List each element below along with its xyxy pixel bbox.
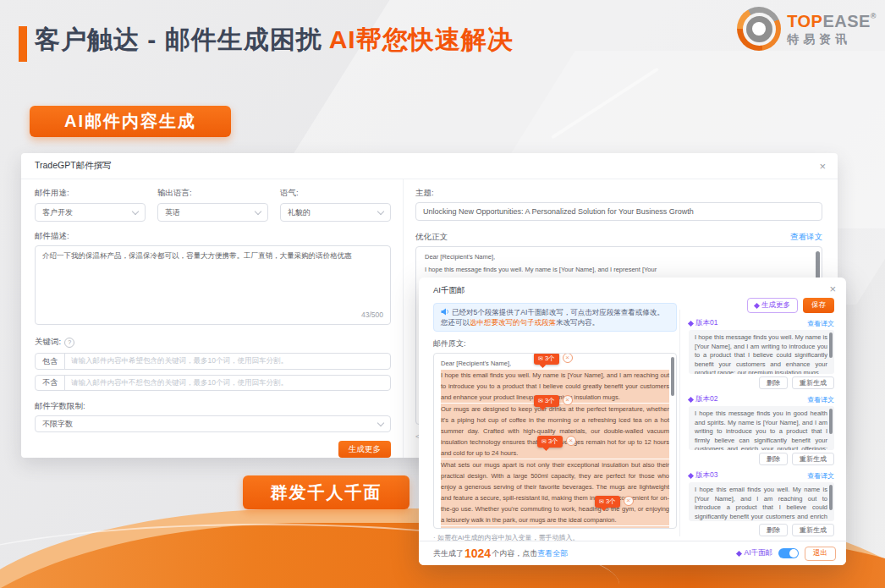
view-all-link[interactable]: 查看全部 bbox=[537, 548, 568, 559]
description-label: 邮件描述: bbox=[35, 231, 391, 242]
close-icon[interactable]: × bbox=[829, 283, 836, 294]
version-text-box: I hope this message finds you in good he… bbox=[689, 406, 834, 450]
rewrite-count-badge[interactable]: ✉3个 bbox=[534, 353, 559, 365]
version-card: 版本02 查看译文 I hope this message finds you … bbox=[689, 394, 834, 465]
topease-logo-icon bbox=[737, 7, 781, 51]
version-label: 版本03 bbox=[689, 470, 717, 481]
purpose-label: 邮件用途: bbox=[35, 188, 146, 199]
version-text-box: I hope this message finds you well. My n… bbox=[689, 330, 834, 374]
keywords-label: 关键词: bbox=[35, 337, 61, 348]
mail-icon: ✉ bbox=[541, 438, 547, 444]
close-icon[interactable]: × bbox=[819, 161, 826, 172]
tone-label: 语气: bbox=[280, 188, 391, 199]
banner-highlight-text[interactable]: 选中想要改写的句子或段落 bbox=[470, 318, 556, 327]
keywords-include-input[interactable]: 请输入邮件内容中希望包含的关键词，最多10个词，使用回车分割。 bbox=[65, 354, 390, 369]
ai-email-generate-chip: AI邮件内容生成 bbox=[30, 106, 231, 137]
compose-dialog-title: TradeGPT邮件撰写 bbox=[35, 160, 112, 172]
subject-input[interactable]: Unlocking New Opportunities: A Personali… bbox=[415, 202, 822, 221]
page-title-accent: AI帮您快速解决 bbox=[329, 25, 514, 53]
rewrite-count-badge[interactable]: ✉3个 bbox=[537, 436, 563, 448]
save-button[interactable]: 保存 bbox=[803, 298, 834, 313]
regenerate-version-button[interactable]: 重新生成 bbox=[792, 524, 834, 536]
sparkle-icon bbox=[754, 302, 760, 308]
rewrite-count-badge[interactable]: ✉3个 bbox=[595, 496, 620, 508]
word-limit-label: 邮件字数限制: bbox=[35, 401, 391, 412]
view-translation-link[interactable]: 查看译文 bbox=[807, 471, 834, 481]
mass-send-chip: 群发千人千面 bbox=[243, 475, 410, 509]
keywords-exclude-field: 不含 请输入邮件内容中不想包含的关键词，最多10个词，使用回车分割。 bbox=[35, 375, 391, 392]
speaker-icon bbox=[441, 308, 449, 316]
mail-icon: ✉ bbox=[538, 398, 543, 404]
sparkle-icon bbox=[688, 472, 694, 478]
generated-count: 1024 bbox=[464, 547, 491, 560]
dismiss-badge-icon[interactable]: × bbox=[563, 353, 573, 363]
language-select[interactable]: 英语 bbox=[157, 203, 268, 222]
rewrite-count-badge[interactable]: ✉3个 bbox=[534, 395, 559, 407]
optimized-body-label: 优化正文 bbox=[415, 232, 448, 243]
registered-mark: ® bbox=[871, 12, 877, 20]
scrollbar-thumb[interactable] bbox=[671, 357, 674, 396]
scrollbar-thumb[interactable] bbox=[829, 332, 833, 358]
view-translation-link[interactable]: 查看译文 bbox=[790, 232, 822, 243]
version-text-box: I hope this email finds you well. My nam… bbox=[689, 482, 834, 521]
chevron-down-icon bbox=[377, 208, 384, 215]
versions-panel: 生成更多 保存 版本01 查看译文 I hope this message fi… bbox=[689, 298, 834, 536]
topease-logo: TOPEASE® 特易资讯 bbox=[737, 7, 877, 51]
version-label: 版本02 bbox=[689, 394, 717, 404]
scrollbar-thumb[interactable] bbox=[829, 485, 833, 510]
scrollbar-thumb[interactable] bbox=[829, 409, 833, 434]
generated-summary: 共生成了 bbox=[433, 548, 464, 559]
overlay-dialog-title: AI千面邮 bbox=[433, 285, 464, 296]
title-accent-bar bbox=[19, 26, 27, 62]
word-limit-select[interactable]: 不限字数 bbox=[35, 415, 391, 432]
tone-select[interactable]: 礼貌的 bbox=[280, 203, 391, 222]
chevron-down-icon bbox=[255, 208, 261, 215]
sparkle-icon bbox=[688, 320, 694, 326]
highlighted-paragraph[interactable]: Our mugs are designed to keep your drink… bbox=[441, 404, 669, 459]
version-label: 版本01 bbox=[689, 318, 717, 328]
delete-version-button[interactable]: 删除 bbox=[759, 453, 788, 465]
page-title: 客户触达 - 邮件生成困扰AI帮您快速解决 bbox=[35, 23, 514, 58]
include-label: 包含 bbox=[36, 354, 65, 369]
exit-button[interactable]: 退出 bbox=[805, 547, 836, 561]
regenerate-version-button[interactable]: 重新生成 bbox=[792, 453, 834, 465]
logo-brand-cn: 特易资讯 bbox=[787, 33, 877, 45]
generate-more-versions-button[interactable]: 生成更多 bbox=[747, 298, 798, 313]
exclude-label: 不含 bbox=[36, 376, 65, 391]
help-icon[interactable]: ? bbox=[64, 338, 74, 348]
view-translation-link[interactable]: 查看译文 bbox=[807, 395, 834, 404]
view-translation-link[interactable]: 查看译文 bbox=[807, 319, 834, 328]
ai-qianmian-toggle[interactable] bbox=[778, 548, 799, 558]
highlighted-paragraph[interactable]: As a direct manufacturer, we are able to… bbox=[441, 526, 669, 529]
dismiss-badge-icon[interactable]: × bbox=[566, 436, 576, 446]
overlay-footer: 共生成了 1024 个内容，点击 查看全部 AI千面邮 退出 bbox=[419, 541, 846, 565]
keywords-exclude-input[interactable]: 请输入邮件内容中不想包含的关键词，最多10个词，使用回车分割。 bbox=[65, 376, 390, 391]
generate-more-button[interactable]: 生成更多 bbox=[338, 441, 391, 458]
purpose-select[interactable]: 客户开发 bbox=[35, 203, 146, 222]
original-email-label: 邮件原文: bbox=[433, 338, 677, 349]
column-divider bbox=[679, 310, 680, 536]
chevron-down-icon bbox=[377, 420, 384, 426]
logo-brand-name: TOPEASE® bbox=[787, 13, 877, 30]
description-textarea[interactable]: 介绍一下我的保温杯产品，保温保冷都可以，容量大方便携带。工厂直销，大量采购的话价… bbox=[35, 245, 391, 325]
version-card: 版本03 查看译文 I hope this email finds you we… bbox=[689, 470, 834, 536]
delete-version-button[interactable]: 删除 bbox=[759, 376, 788, 389]
delete-version-button[interactable]: 删除 bbox=[759, 524, 788, 536]
sparkle-icon bbox=[736, 550, 742, 556]
char-counter: 43/500 bbox=[361, 310, 383, 321]
mail-icon: ✉ bbox=[599, 498, 604, 504]
original-email-box: Dear [Recipient's Name], I hope this ema… bbox=[433, 353, 677, 529]
subject-label: 主题: bbox=[415, 188, 822, 199]
page-title-dark: 客户触达 - 邮件生成困扰 bbox=[35, 25, 322, 53]
dismiss-badge-icon[interactable]: × bbox=[563, 395, 573, 405]
ai-qianmian-dialog: AI千面邮 × 已经对5个段落提供了AI千面邮改写，可点击对应段落查看或修改。您… bbox=[419, 278, 846, 565]
feature-toggle-label: AI千面邮 bbox=[737, 548, 772, 558]
compose-dialog-header: TradeGPT邮件撰写 × bbox=[21, 153, 838, 179]
highlighted-paragraph[interactable]: What sets our mugs apart is not only the… bbox=[441, 459, 669, 525]
keywords-include-field: 包含 请输入邮件内容中希望包含的关键词，最多10个词，使用回车分割。 bbox=[35, 353, 391, 370]
language-label: 输出语言: bbox=[157, 188, 268, 199]
sparkle-icon bbox=[688, 396, 694, 402]
regenerate-version-button[interactable]: 重新生成 bbox=[792, 376, 834, 389]
dismiss-badge-icon[interactable]: × bbox=[624, 496, 634, 506]
compose-settings-panel: 邮件用途: 客户开发 输出语言: 英语 语气 bbox=[21, 179, 404, 458]
